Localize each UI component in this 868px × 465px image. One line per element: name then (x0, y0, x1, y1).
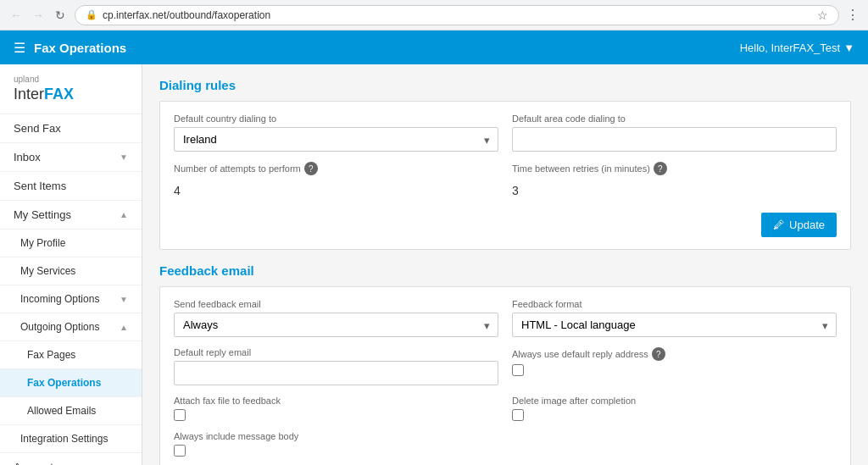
back-button[interactable]: ← (8, 8, 24, 23)
chevron-down-icon: ▼ (120, 295, 128, 304)
send-feedback-select[interactable]: Always (174, 313, 498, 337)
sidebar-item-incoming-options[interactable]: Incoming Options ▼ (0, 285, 142, 313)
update-icon: 🖉 (773, 219, 784, 231)
sidebar-item-my-profile[interactable]: My Profile (0, 230, 142, 257)
sidebar-item-my-services[interactable]: My Services (0, 257, 142, 285)
retries-info-icon[interactable]: ? (654, 162, 667, 175)
logo-upland: upland (14, 75, 128, 84)
reply-email-group: Default reply email (174, 347, 498, 385)
sidebar-item-integration-settings[interactable]: Integration Settings (0, 425, 142, 453)
attempts-value: 4 (174, 179, 498, 202)
attach-fax-group: Attach fax file to feedback (174, 396, 498, 421)
attempts-label: Number of attempts to perform ? (174, 162, 498, 175)
sidebar-item-send-fax[interactable]: Send Fax (0, 114, 142, 143)
reload-button[interactable]: ↻ (53, 8, 68, 23)
reply-email-input[interactable] (174, 361, 498, 385)
dialing-row-1: Default country dialing to Ireland Defau… (174, 113, 837, 152)
dialing-rules-header: Dialing rules (159, 78, 851, 92)
sidebar-item-inbox[interactable]: Inbox ▼ (0, 143, 142, 172)
include-body-group: Always include message body (174, 431, 498, 457)
dialing-btn-row: 🖉 Update (174, 213, 837, 237)
lock-icon: 🔒 (86, 9, 97, 20)
browser-bar: ← → ↻ 🔒 cp.interfax.net/outbound/faxoper… (0, 0, 868, 30)
dialing-rules-card: Default country dialing to Ireland Defau… (159, 101, 851, 250)
attach-fax-label: Attach fax file to feedback (174, 396, 498, 406)
area-code-group: Default area code dialing to (512, 113, 837, 152)
feedback-format-label: Feedback format (512, 299, 837, 309)
always-use-info-icon[interactable]: ? (652, 347, 665, 361)
content-area: Dialing rules Default country dialing to… (142, 64, 868, 465)
country-select[interactable]: Ireland (174, 127, 498, 152)
chevron-up-icon: ▲ (120, 210, 128, 219)
country-label: Default country dialing to (174, 113, 498, 124)
chevron-up-icon: ▲ (120, 323, 128, 332)
feedback-row-3: Attach fax file to feedback Delete image… (174, 396, 837, 421)
country-select-wrapper: Ireland (174, 127, 498, 152)
chevron-down-icon: ▼ (120, 152, 128, 162)
feedback-format-select[interactable]: HTML - Local language (512, 313, 837, 337)
include-body-checkbox-wrapper (174, 445, 498, 457)
retries-label: Time between retries (in minutes) ? (512, 162, 837, 175)
include-body-label: Always include message body (174, 431, 498, 441)
always-use-label: Always use default reply address ? (512, 347, 837, 361)
attempts-info-icon[interactable]: ? (304, 162, 318, 175)
include-body-checkbox[interactable] (174, 445, 186, 457)
retries-value: 3 (512, 179, 837, 202)
feedback-format-select-wrapper: HTML - Local language (512, 313, 837, 337)
always-use-checkbox[interactable] (512, 364, 524, 376)
browser-menu-button[interactable]: ⋮ (846, 7, 860, 23)
user-greeting: Hello, InterFAX_Test (740, 42, 841, 54)
feedback-email-header: Feedback email (159, 263, 851, 278)
hamburger-icon[interactable]: ☰ (14, 40, 25, 56)
sidebar-logo: upland InterFAX (0, 64, 142, 114)
country-group: Default country dialing to Ireland (174, 113, 498, 152)
dialing-update-button[interactable]: 🖉 Update (761, 213, 837, 237)
sidebar-item-fax-pages[interactable]: Fax Pages (0, 341, 142, 369)
area-code-label: Default area code dialing to (512, 113, 837, 124)
user-dropdown-icon[interactable]: ▼ (843, 42, 854, 54)
send-feedback-group: Send feedback email Always (174, 299, 498, 337)
app-title: Fax Operations (34, 41, 126, 55)
delete-image-group: Delete image after completion (512, 396, 837, 421)
attach-fax-checkbox[interactable] (174, 409, 186, 421)
sidebar-item-outgoing-options[interactable]: Outgoing Options ▲ (0, 313, 142, 341)
feedback-row-2: Default reply email Always use default r… (174, 347, 837, 385)
send-feedback-label: Send feedback email (174, 299, 498, 309)
app-header: ☰ Fax Operations Hello, InterFAX_Test ▼ (0, 30, 868, 64)
sidebar-item-my-settings[interactable]: My Settings ▲ (0, 201, 142, 230)
forward-button[interactable]: → (31, 8, 46, 23)
sidebar-item-account-management[interactable]: Account Management ▼ (0, 453, 142, 465)
address-bar[interactable]: 🔒 cp.interfax.net/outbound/faxoperation … (75, 5, 839, 25)
send-feedback-select-wrapper: Always (174, 313, 498, 337)
sidebar: upland InterFAX Send Fax Inbox ▼ Sent It… (0, 64, 142, 465)
sidebar-item-fax-operations[interactable]: Fax Operations (0, 369, 142, 397)
delete-image-checkbox[interactable] (512, 409, 524, 421)
attempts-group: Number of attempts to perform ? 4 (174, 162, 498, 202)
always-use-checkbox-wrapper (512, 364, 837, 376)
header-left: ☰ Fax Operations (14, 40, 126, 56)
attach-fax-checkbox-wrapper (174, 409, 498, 421)
sidebar-item-sent-items[interactable]: Sent Items (0, 172, 142, 201)
feedback-email-card: Send feedback email Always Feedback form… (159, 286, 851, 465)
delete-image-label: Delete image after completion (512, 396, 837, 406)
header-right: Hello, InterFAX_Test ▼ (740, 42, 854, 54)
sidebar-item-allowed-emails[interactable]: Allowed Emails (0, 397, 142, 425)
reply-email-label: Default reply email (174, 347, 498, 357)
dialing-row-2: Number of attempts to perform ? 4 Time b… (174, 162, 837, 202)
delete-image-checkbox-wrapper (512, 409, 837, 421)
feedback-row-1: Send feedback email Always Feedback form… (174, 299, 837, 337)
url-text: cp.interfax.net/outbound/faxoperation (103, 9, 812, 21)
retries-group: Time between retries (in minutes) ? 3 (512, 162, 837, 202)
always-use-group: Always use default reply address ? (512, 347, 837, 385)
feedback-format-group: Feedback format HTML - Local language (512, 299, 837, 337)
area-code-input[interactable] (512, 127, 837, 152)
main-layout: upland InterFAX Send Fax Inbox ▼ Sent It… (0, 64, 868, 465)
logo-text: InterFAX (14, 86, 74, 102)
placeholder-group (512, 431, 837, 457)
feedback-row-4: Always include message body (174, 431, 837, 457)
bookmark-icon: ☆ (817, 8, 828, 22)
